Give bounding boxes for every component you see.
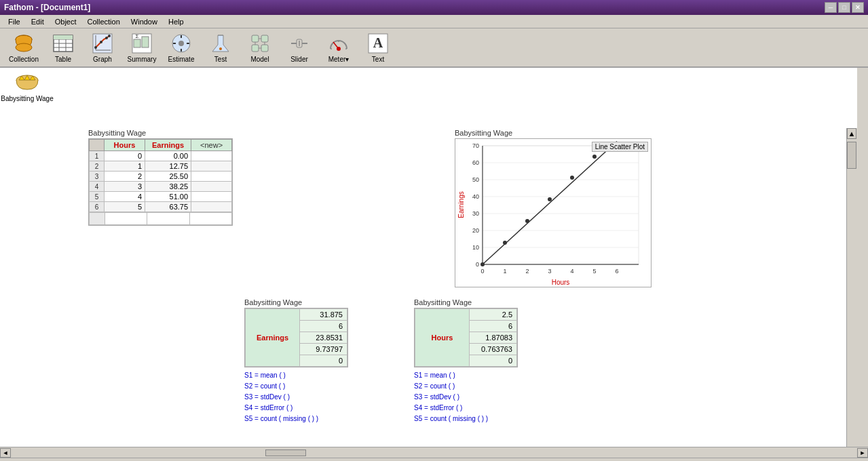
- menu-file[interactable]: File: [3, 16, 26, 27]
- toolbar-table[interactable]: Table: [45, 31, 81, 64]
- title-bar: Fathom - [Document1] ─ □ ✕: [0, 0, 868, 15]
- svg-point-80: [525, 219, 529, 223]
- svg-text:4: 4: [570, 268, 573, 275]
- h-scroll-thumb[interactable]: [265, 449, 306, 456]
- cell-new[interactable]: [191, 182, 232, 192]
- toolbar-summary[interactable]: Σ Summary: [124, 31, 160, 64]
- svg-point-28: [178, 41, 184, 46]
- table-row: 3 2 25.50: [90, 172, 232, 182]
- cell-new[interactable]: [191, 172, 232, 182]
- cell-hours[interactable]: 0: [105, 151, 145, 161]
- earnings-mean: 31.875: [300, 309, 347, 321]
- toolbar-text[interactable]: A Text: [360, 31, 396, 64]
- toolbar-graph[interactable]: Graph: [84, 31, 121, 64]
- row-num: 1: [90, 151, 105, 161]
- toolbar-slider[interactable]: Slider: [281, 31, 318, 64]
- maximize-button[interactable]: □: [838, 2, 850, 13]
- summary-icon: Σ: [131, 33, 153, 54]
- toolbar-collection[interactable]: Collection: [5, 31, 42, 64]
- toolbar-estimate[interactable]: Estimate: [163, 31, 200, 64]
- col-earnings[interactable]: Earnings: [145, 140, 191, 151]
- hours-stderr: 0.763763: [470, 344, 517, 355]
- collection-icon-wrapper[interactable]: Babysitting Wage: [7, 75, 48, 102]
- close-button[interactable]: ✕: [852, 2, 864, 13]
- summary-earnings: Babysitting Wage Earnings 31.875 6 23.85…: [244, 298, 348, 424]
- svg-text:Hours: Hours: [552, 279, 570, 286]
- summary-hours-table: Hours 2.5 6 1.87083 0.763763 0: [415, 308, 517, 367]
- scatter-title: Babysitting Wage: [455, 129, 652, 137]
- test-icon: [210, 33, 231, 54]
- table-title: Babysitting Wage: [88, 129, 233, 137]
- content-area: Babysitting Wage Babysitting Wage Hours …: [0, 68, 846, 444]
- col-hours[interactable]: Hours: [105, 140, 145, 151]
- cell-earnings[interactable]: 0.00: [145, 151, 191, 161]
- row-num: 6: [90, 202, 105, 212]
- svg-text:3: 3: [548, 268, 551, 275]
- earnings-stddev: 23.8531: [300, 332, 347, 344]
- cell-earnings[interactable]: 12.75: [145, 161, 191, 172]
- menu-help[interactable]: Help: [163, 16, 189, 27]
- estimate-icon: [170, 33, 192, 54]
- svg-point-18: [108, 35, 111, 37]
- menu-edit[interactable]: Edit: [26, 16, 50, 27]
- earnings-count: 6: [300, 321, 347, 332]
- hours-legend-s3: S3 = stdDev ( ): [414, 392, 518, 403]
- table-row: 1 0 0.00: [90, 151, 232, 161]
- right-scrollbar[interactable]: ▲ ▼: [846, 128, 857, 447]
- h-scroll-track[interactable]: [12, 449, 856, 456]
- svg-point-15: [94, 46, 97, 49]
- legend-s1: S1 = mean ( ): [244, 370, 348, 381]
- svg-text:0: 0: [476, 261, 479, 268]
- svg-text:60: 60: [472, 159, 479, 166]
- col-new[interactable]: <new>: [191, 140, 232, 151]
- svg-rect-9: [54, 35, 59, 39]
- menu-object[interactable]: Object: [50, 16, 82, 27]
- toolbar-meter[interactable]: Meter▾: [320, 31, 357, 64]
- minimize-button[interactable]: ─: [825, 2, 837, 13]
- svg-rect-51: [483, 146, 639, 264]
- toolbar-test[interactable]: Test: [202, 31, 239, 64]
- summary-hours-title: Babysitting Wage: [414, 298, 518, 306]
- row-num: 2: [90, 161, 105, 172]
- svg-text:Earnings: Earnings: [457, 191, 465, 218]
- cell-earnings[interactable]: 51.00: [145, 192, 191, 202]
- scroll-up[interactable]: ▲: [847, 128, 856, 139]
- scroll-left[interactable]: ◄: [0, 448, 11, 458]
- empty-row-table: [89, 212, 232, 225]
- scroll-right[interactable]: ►: [857, 448, 868, 458]
- cell-hours[interactable]: 5: [105, 202, 145, 212]
- summary-hours: Babysitting Wage Hours 2.5 6 1.87083 0.7…: [414, 298, 518, 424]
- cell-earnings[interactable]: 38.25: [145, 182, 191, 192]
- summary-hours-container: Hours 2.5 6 1.87083 0.763763 0: [414, 308, 518, 367]
- summary-hours-legend: S1 = mean ( ) S2 = count ( ) S3 = stdDev…: [414, 370, 518, 424]
- menu-window[interactable]: Window: [126, 16, 163, 27]
- svg-rect-20: [134, 39, 140, 47]
- cell-new[interactable]: [191, 161, 232, 172]
- table-row: 6 5 63.75: [90, 202, 232, 212]
- cell-new[interactable]: [191, 192, 232, 202]
- toolbar-model[interactable]: Model: [242, 31, 278, 64]
- svg-text:10: 10: [472, 244, 479, 251]
- cell-new[interactable]: [191, 151, 232, 161]
- cell-hours[interactable]: 3: [105, 182, 145, 192]
- cell-earnings[interactable]: 25.50: [145, 172, 191, 182]
- svg-text:2: 2: [525, 268, 529, 275]
- plot-type-dropdown[interactable]: Line Scatter Plot: [592, 142, 648, 152]
- cell-hours[interactable]: 2: [105, 172, 145, 182]
- collection-area[interactable]: Babysitting Wage: [7, 75, 48, 102]
- menu-collection[interactable]: Collection: [82, 16, 126, 27]
- earnings-label: Earnings: [246, 309, 300, 367]
- status-bar: Fathom Dynamic Data Software: [0, 458, 868, 461]
- cell-hours[interactable]: 1: [105, 161, 145, 172]
- cell-new[interactable]: [191, 202, 232, 212]
- model-label: Model: [250, 56, 269, 63]
- cell-earnings[interactable]: 63.75: [145, 202, 191, 212]
- collection-icon: [13, 33, 35, 54]
- bottom-scrollbar[interactable]: ◄ ►: [0, 447, 868, 458]
- legend-s2: S2 = count ( ): [244, 381, 348, 392]
- window-controls[interactable]: ─ □ ✕: [825, 2, 864, 13]
- scroll-thumb[interactable]: [847, 142, 856, 169]
- cell-hours[interactable]: 4: [105, 192, 145, 202]
- svg-rect-34: [261, 45, 268, 52]
- table-row: 2 1 12.75: [90, 161, 232, 172]
